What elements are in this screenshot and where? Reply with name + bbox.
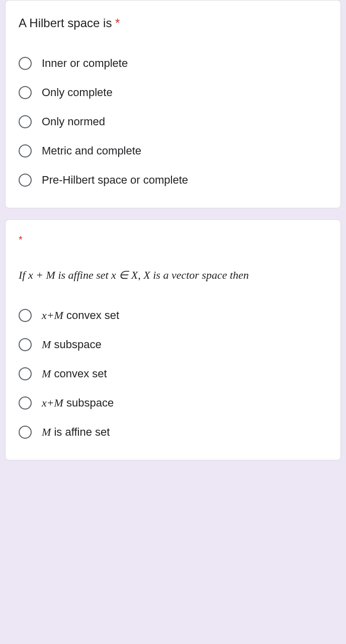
option-label: Pre-Hilbert space or complete (42, 174, 188, 187)
radio-icon (19, 86, 32, 99)
question-title-text: A Hilbert space is (19, 16, 112, 30)
question-card: * If x + M is affine set x ∈ X, X is a v… (5, 219, 341, 460)
option-label: Inner or complete (42, 57, 128, 70)
option-rest: convex set (63, 309, 119, 321)
question-title: A Hilbert space is * (19, 15, 327, 32)
math-italic: M (42, 367, 51, 380)
option-label: M is affine set (42, 426, 110, 439)
option-rest: is affine set (51, 426, 110, 438)
radio-icon (19, 144, 32, 157)
math-italic: x+M (42, 396, 63, 409)
option-list: x+M convex set M subspace M convex set x… (19, 301, 327, 447)
radio-option[interactable]: Only complete (19, 78, 327, 107)
option-rest: subspace (51, 338, 101, 351)
radio-icon (19, 396, 32, 410)
option-label: M convex set (42, 367, 107, 380)
radio-icon (19, 309, 32, 322)
option-label: x+M subspace (42, 396, 114, 410)
radio-icon (19, 115, 32, 128)
radio-option[interactable]: Only normed (19, 107, 327, 136)
option-label: M subspace (42, 338, 102, 351)
required-asterisk: * (19, 234, 327, 246)
option-label: x+M convex set (42, 309, 119, 322)
option-label: Only complete (42, 86, 113, 99)
radio-icon (19, 426, 32, 439)
radio-icon (19, 367, 32, 380)
radio-icon (19, 174, 32, 187)
option-label: Metric and complete (42, 144, 141, 157)
radio-icon (19, 57, 32, 70)
radio-option[interactable]: M subspace (19, 330, 327, 359)
question-card: A Hilbert space is * Inner or complete O… (5, 0, 341, 208)
radio-option[interactable]: x+M convex set (19, 301, 327, 330)
math-italic: M (42, 338, 51, 351)
option-rest: convex set (51, 367, 107, 380)
radio-option[interactable]: Pre-Hilbert space or complete (19, 166, 327, 195)
math-italic: M (42, 426, 51, 438)
required-asterisk: * (115, 16, 120, 30)
radio-option[interactable]: Metric and complete (19, 136, 327, 166)
radio-option[interactable]: x+M subspace (19, 388, 327, 418)
option-list: Inner or complete Only complete Only nor… (19, 49, 327, 195)
radio-option[interactable]: Inner or complete (19, 49, 327, 78)
radio-icon (19, 338, 32, 351)
radio-option[interactable]: M is affine set (19, 418, 327, 447)
option-rest: subspace (63, 396, 114, 409)
radio-option[interactable]: M convex set (19, 359, 327, 388)
option-label: Only normed (42, 115, 105, 128)
question-subtext: If x + M is affine set x ∈ X, X is a vec… (19, 269, 327, 282)
math-italic: x+M (42, 309, 63, 321)
